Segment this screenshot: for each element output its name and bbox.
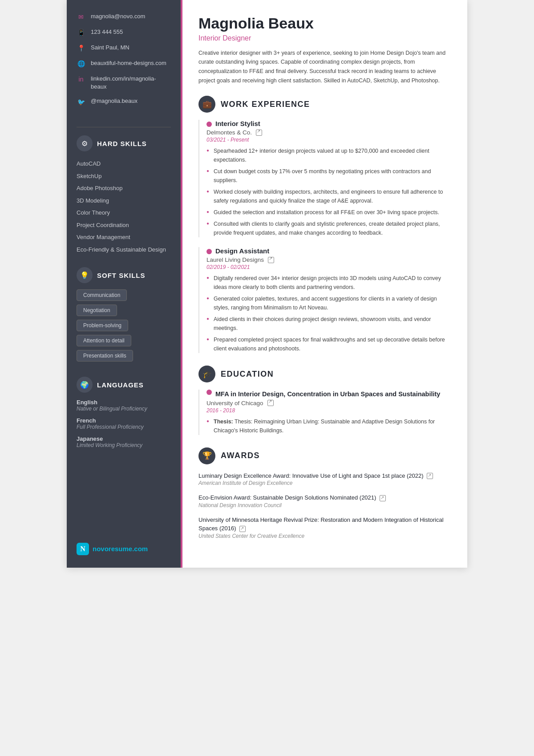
award-org: United States Center for Creative Excell… — [198, 533, 451, 539]
candidate-name: Magnolia Beaux — [198, 14, 451, 33]
contact-phone: 📱 123 444 555 — [77, 28, 171, 37]
awards-section: 🏆 AWARDS Luminary Design Excellence Awar… — [198, 447, 451, 539]
skill-item: Vendor Management — [77, 231, 171, 244]
bullet-item: Aided clients in their choices during pr… — [206, 315, 451, 333]
skill-item: Color Theory — [77, 207, 171, 219]
job-dot-icon — [206, 122, 212, 127]
edu-dot-icon — [206, 390, 212, 395]
job-company: Laurel Living Designs — [206, 256, 451, 263]
contact-linkedin: in linkedin.com/in/magnolia-beaux — [77, 75, 171, 91]
brand-logo: N — [77, 543, 89, 555]
soft-skills-icon: 💡 — [77, 267, 93, 283]
sidebar: ✉ magnolia@novo.com 📱 123 444 555 📍 Sain… — [67, 0, 182, 568]
work-experience-header: 💼 WORK EXPERIENCE — [198, 96, 451, 113]
languages-section: 🌍 LANGUAGES English Native or Bilingual … — [77, 377, 171, 454]
contact-section: ✉ magnolia@novo.com 📱 123 444 555 📍 Sain… — [77, 12, 171, 113]
candidate-title: Interior Designer — [198, 34, 451, 42]
edu-date: 2016 - 2018 — [206, 407, 451, 414]
languages-list: English Native or Bilingual Proficiency … — [77, 399, 171, 448]
education-entry: MFA in Interior Design, Concentration in… — [198, 390, 451, 435]
job-entry: Design Assistant Laurel Living Designs 0… — [198, 247, 451, 353]
edu-header: MFA in Interior Design, Concentration in… — [206, 390, 451, 398]
hard-skills-icon: ⚙ — [77, 135, 93, 151]
skill-item: Adobe Photoshop — [77, 182, 171, 195]
skill-item: SketchUp — [77, 170, 171, 183]
languages-icon: 🌍 — [77, 377, 93, 393]
job-title: Interior Stylist — [215, 120, 260, 127]
bullet-item: Worked closely with building inspectors,… — [206, 187, 451, 205]
soft-skills-section: 💡 SOFT SKILLS Communication Negotiation … — [77, 267, 171, 365]
main-header: Magnolia Beaux Interior Designer Creativ… — [198, 14, 451, 85]
contact-location: 📍 Saint Paul, MN — [77, 44, 171, 53]
soft-skill-badge: Presentation skills — [77, 350, 133, 362]
resume-container: ✉ magnolia@novo.com 📱 123 444 555 📍 Sain… — [67, 0, 467, 568]
job-bullets: Digitally rendered over 34+ interior des… — [206, 274, 451, 353]
soft-skill-badge: Communication — [77, 289, 127, 301]
award-org: National Design Innovation Council — [198, 502, 451, 508]
external-link-icon — [380, 495, 386, 501]
edu-school: University of Chicago — [206, 400, 451, 406]
bullet-item: Guided the selection and installation pr… — [206, 208, 451, 217]
language-item: French Full Professional Proficiency — [77, 417, 171, 430]
edu-degree: MFA in Interior Design, Concentration in… — [215, 390, 440, 398]
contact-twitter: 🐦 @magnolia.beaux — [77, 97, 171, 106]
bullet-item: Spearheaded 12+ interior design projects… — [206, 146, 451, 164]
soft-skills-header: 💡 SOFT SKILLS — [77, 267, 171, 283]
skill-item: 3D Modeling — [77, 195, 171, 207]
soft-skill-badge: Negotiation — [77, 305, 117, 316]
website-icon: 🌐 — [77, 60, 85, 69]
email-icon: ✉ — [77, 13, 85, 22]
bullet-item: Thesis: Thesis: Reimagining Urban Living… — [206, 417, 451, 435]
award-entry: University of Minnesota Heritage Revival… — [198, 516, 451, 539]
twitter-icon: 🐦 — [77, 98, 85, 106]
job-dot-icon — [206, 249, 212, 254]
award-title: University of Minnesota Heritage Revival… — [198, 516, 451, 533]
languages-header: 🌍 LANGUAGES — [77, 377, 171, 393]
job-date: 03/2021 - Present — [206, 137, 451, 143]
education-icon: 🎓 — [198, 366, 215, 382]
bullet-item: Prepared completed project spaces for fi… — [206, 335, 451, 353]
award-org: American Institute of Design Excellence — [198, 480, 451, 486]
job-title: Design Assistant — [215, 247, 269, 255]
job-date: 02/2019 - 02/2021 — [206, 264, 451, 270]
job-header: Design Assistant — [206, 247, 451, 256]
contact-website: 🌐 beauxtiful-home-designs.com — [77, 59, 171, 69]
job-company: Delmontes & Co. — [206, 129, 451, 136]
awards-icon: 🏆 — [198, 447, 215, 464]
work-experience-section: 💼 WORK EXPERIENCE Interior Stylist Delmo… — [198, 96, 451, 353]
phone-icon: 📱 — [77, 28, 85, 37]
language-item: English Native or Bilingual Proficiency — [77, 399, 171, 412]
bullet-item: Digitally rendered over 34+ interior des… — [206, 274, 451, 292]
award-entry: Eco-Envision Award: Sustainable Design S… — [198, 493, 451, 508]
hard-skills-header: ⚙ HARD SKILLS — [77, 135, 171, 151]
award-entry: Luminary Design Excellence Award: Innova… — [198, 471, 451, 487]
education-section: 🎓 EDUCATION MFA in Interior Design, Conc… — [198, 366, 451, 435]
linkedin-icon: in — [77, 75, 85, 84]
soft-skills-list: Communication Negotiation Problem-solvin… — [77, 289, 171, 365]
job-entry: Interior Stylist Delmontes & Co. 03/2021… — [198, 120, 451, 237]
external-link-icon — [239, 526, 246, 532]
education-header: 🎓 EDUCATION — [198, 366, 451, 382]
soft-skill-badge: Problem-solving — [77, 320, 128, 331]
hard-skills-section: ⚙ HARD SKILLS AutoCAD SketchUp Adobe Pho… — [77, 135, 171, 256]
job-header: Interior Stylist — [206, 120, 451, 128]
bullet-item: Consulted with clients to clarify goals … — [206, 219, 451, 237]
bullet-item: Cut down budget costs by 17% over 5 mont… — [206, 167, 451, 185]
soft-skill-badge: Attention to detail — [77, 335, 131, 346]
external-link-icon — [427, 473, 433, 479]
external-link-icon — [267, 400, 274, 406]
work-experience-icon: 💼 — [198, 96, 215, 113]
awards-header: 🏆 AWARDS — [198, 447, 451, 464]
external-link-icon — [268, 257, 274, 263]
bullet-item: Generated color palettes, textures, and … — [206, 294, 451, 312]
external-link-icon — [256, 130, 262, 136]
candidate-summary: Creative interior designer with 3+ years… — [198, 49, 451, 85]
award-title: Luminary Design Excellence Award: Innova… — [198, 471, 451, 480]
skill-item: Eco-Friendly & Sustainable Design — [77, 244, 171, 256]
brand-name: novoresume.com — [93, 545, 148, 553]
location-icon: 📍 — [77, 44, 85, 53]
contact-email: ✉ magnolia@novo.com — [77, 12, 171, 22]
edu-bullets: Thesis: Thesis: Reimagining Urban Living… — [206, 417, 451, 435]
skill-item: Project Coordination — [77, 219, 171, 232]
award-title: Eco-Envision Award: Sustainable Design S… — [198, 493, 451, 502]
